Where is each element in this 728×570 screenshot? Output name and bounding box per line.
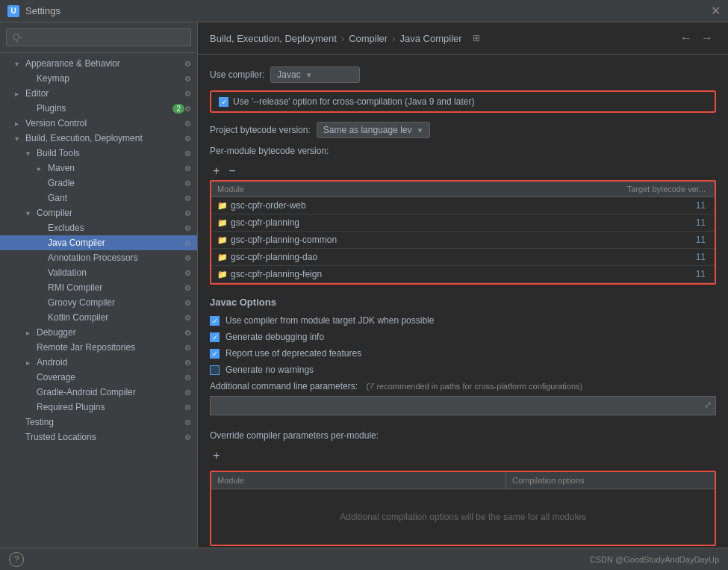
javac-options: Use compiler from module target JDK when…: [210, 315, 716, 375]
sidebar-item-version-control[interactable]: ▸Version Control⚙: [0, 116, 197, 131]
sidebar-item-build-execution[interactable]: ▾Build, Execution, Deployment⚙: [0, 131, 197, 146]
table-row[interactable]: 📁 gsc-cpfr-planning-common 11: [211, 232, 715, 249]
module-cell: 📁 gsc-cpfr-planning-feign: [211, 266, 610, 282]
nav-forward-button[interactable]: →: [698, 30, 716, 46]
breadcrumb-item-2[interactable]: Compiler: [349, 33, 388, 44]
sidebar-item-compiler[interactable]: ▾Compiler⚙: [0, 205, 197, 220]
sidebar-item-editor[interactable]: ▸Editor⚙: [0, 86, 197, 101]
sidebar-item-validation[interactable]: Validation⚙: [0, 265, 197, 280]
sidebar-item-kotlin-compiler[interactable]: Kotlin Compiler⚙: [0, 310, 197, 325]
sidebar-item-excludes[interactable]: Excludes⚙: [0, 220, 197, 235]
javac-options-header: Javac Options: [210, 297, 716, 308]
sidebar-item-label: Maven: [48, 163, 184, 173]
sidebar-item-gant[interactable]: Gant⚙: [0, 190, 197, 205]
sidebar-item-remote-jar[interactable]: Remote Jar Repositories⚙: [0, 340, 197, 355]
settings-icon: ⚙: [184, 284, 191, 292]
javac-option-checkbox[interactable]: [210, 332, 220, 342]
module-name: gsc-cpfr-planning: [231, 217, 299, 228]
sidebar-item-android[interactable]: ▸Android⚙: [0, 355, 197, 370]
main-container: ▾Appearance & Behavior⚙Keymap⚙▸Editor⚙Pl…: [0, 22, 728, 548]
tree-arrow-icon: ▾: [26, 149, 35, 158]
sidebar-item-label: Testing: [25, 417, 184, 427]
sidebar-item-gradle-android[interactable]: Gradle-Android Compiler⚙: [0, 385, 197, 400]
sidebar-item-plugins[interactable]: Plugins2⚙: [0, 101, 197, 116]
settings-icon: ⚙: [184, 105, 191, 113]
sidebar-item-gradle[interactable]: Gradle⚙: [0, 176, 197, 190]
sidebar-item-label: Kotlin Compiler: [48, 312, 184, 323]
sidebar-item-label: Validation: [48, 267, 184, 278]
additional-params-input[interactable]: [210, 396, 716, 415]
watermark-text: CSDN @GoodStudyAndDayDayUp: [590, 555, 719, 564]
sidebar-item-debugger[interactable]: ▸Debugger⚙: [0, 325, 197, 340]
sidebar-item-required-plugins[interactable]: Required Plugins⚙: [0, 400, 197, 415]
settings-icon: ⚙: [184, 388, 191, 397]
settings-icon: ⚙: [184, 149, 191, 158]
sidebar-item-maven[interactable]: ▸Maven⚙: [0, 161, 197, 176]
settings-icon: ⚙: [184, 254, 191, 262]
module-icon: 📁: [217, 253, 228, 262]
module-icon: 📁: [217, 270, 228, 279]
settings-icon: ⚙: [184, 60, 191, 68]
sidebar-item-annotation-processors[interactable]: Annotation Processors⚙: [0, 250, 197, 265]
compiler-dropdown[interactable]: Javac ▼: [270, 66, 360, 83]
override-module-header: Module: [211, 472, 505, 489]
sidebar-item-rmi-compiler[interactable]: RMI Compiler⚙: [0, 280, 197, 295]
settings-icon: ⚙: [184, 224, 191, 232]
content-header: Build, Execution, Deployment › Compiler …: [198, 22, 728, 55]
help-button[interactable]: ?: [9, 552, 24, 567]
sidebar-item-label: Gant: [48, 193, 184, 203]
sidebar-item-java-compiler[interactable]: Java Compiler⚙: [0, 235, 197, 250]
javac-option-checkbox[interactable]: [210, 316, 220, 326]
table-row[interactable]: 📁 gsc-cpfr-planning-dao 11: [211, 249, 715, 266]
sidebar-item-label: Build Tools: [37, 148, 184, 158]
compiler-dropdown-value: Javac: [277, 69, 300, 80]
javac-option-label: Report use of deprecated features: [225, 348, 361, 359]
sidebar-item-label: Groovy Compiler: [48, 297, 184, 308]
header-nav: ← →: [677, 30, 716, 46]
sidebar-item-label: Version Control: [25, 118, 184, 128]
version-cell: 11: [610, 214, 715, 231]
javac-option-checkbox[interactable]: [210, 349, 220, 359]
release-checkbox[interactable]: [219, 97, 228, 107]
table-row[interactable]: 📁 gsc-cpfr-planning 11: [211, 214, 715, 232]
sidebar-item-testing[interactable]: Testing⚙: [0, 415, 197, 430]
per-module-section-title: Per-module bytecode version:: [210, 146, 716, 156]
module-name: gsc-cpfr-planning-dao: [231, 252, 317, 262]
sidebar-item-appearance[interactable]: ▾Appearance & Behavior⚙: [0, 56, 197, 71]
add-module-button[interactable]: +: [210, 165, 223, 177]
sidebar-item-keymap[interactable]: Keymap⚙: [0, 71, 197, 86]
expand-icon[interactable]: ⤢: [704, 400, 712, 410]
sidebar-item-coverage[interactable]: Coverage⚙: [0, 370, 197, 385]
module-add-remove-bar: + −: [210, 162, 716, 180]
breadcrumb-item-3[interactable]: Java Compiler: [400, 33, 462, 44]
add-override-button[interactable]: +: [210, 450, 223, 462]
params-input-container: ⤢: [210, 396, 716, 418]
sidebar-item-groovy-compiler[interactable]: Groovy Compiler⚙: [0, 295, 197, 310]
tree-arrow-icon: ▸: [26, 329, 35, 337]
close-button[interactable]: ✕: [711, 4, 721, 18]
table-row[interactable]: 📁 gsc-cpfr-planning-feign 11: [211, 266, 715, 283]
version-cell: 11: [610, 197, 715, 214]
settings-icon: ⚙: [184, 403, 191, 412]
settings-icon: ⚙: [184, 134, 191, 143]
breadcrumb-item-1[interactable]: Build, Execution, Deployment: [210, 33, 337, 44]
module-name: gsc-cpfr-order-web: [231, 200, 306, 211]
module-cell: 📁 gsc-cpfr-planning: [211, 214, 610, 231]
search-input[interactable]: [6, 28, 191, 46]
settings-icon: ⚙: [184, 90, 191, 98]
sidebar-item-label: RMI Compiler: [48, 282, 184, 293]
sidebar-item-build-tools[interactable]: ▾Build Tools⚙: [0, 146, 197, 161]
additional-params-note: ('/' recommended in paths for cross-plat…: [366, 382, 582, 391]
remove-module-button[interactable]: −: [225, 165, 238, 177]
nav-back-button[interactable]: ←: [677, 30, 695, 46]
breadcrumb-sep-2: ›: [392, 33, 395, 44]
javac-option-checkbox[interactable]: [210, 365, 220, 375]
title-bar: U Settings ✕: [0, 0, 728, 22]
sidebar-item-label: Android: [37, 357, 184, 368]
sidebar-item-trusted-locations[interactable]: Trusted Locations⚙: [0, 430, 197, 444]
sidebar-item-label: Gradle-Android Compiler: [37, 387, 184, 397]
bytecode-version-dropdown[interactable]: Same as language lev ▼: [317, 122, 431, 138]
settings-icon: ⚙: [184, 209, 191, 217]
table-row[interactable]: 📁 gsc-cpfr-order-web 11: [211, 197, 715, 214]
sidebar-item-label: Appearance & Behavior: [25, 58, 184, 69]
